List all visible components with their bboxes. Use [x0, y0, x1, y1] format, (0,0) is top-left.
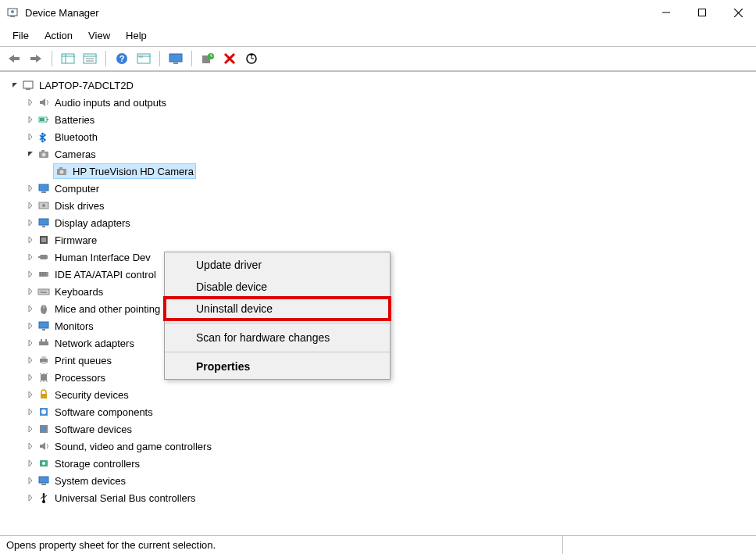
- window-controls: [648, 0, 756, 25]
- help-icon[interactable]: ?: [112, 49, 131, 68]
- processor-icon: [37, 371, 50, 384]
- close-button[interactable]: [720, 0, 756, 25]
- tree-toggle[interactable]: [25, 269, 36, 280]
- tree-toggle[interactable]: [25, 183, 36, 194]
- svg-rect-1: [10, 16, 15, 17]
- properties-page-icon[interactable]: [80, 49, 99, 68]
- tree-toggle[interactable]: [25, 252, 36, 263]
- uninstall-icon[interactable]: [220, 49, 239, 68]
- tree-toggle[interactable]: [25, 458, 36, 469]
- show-hide-console-tree-icon[interactable]: [59, 49, 77, 68]
- tree-toggle[interactable]: [25, 372, 36, 383]
- tree-toggle[interactable]: [25, 303, 36, 314]
- context-menu-item[interactable]: Update driver: [165, 254, 390, 276]
- hid-icon: [37, 251, 50, 263]
- tree-device-label: HP TrueVision HD Camera: [73, 166, 194, 177]
- minimize-button[interactable]: [648, 0, 684, 25]
- tree-toggle[interactable]: [25, 320, 36, 331]
- system-icon: [37, 474, 50, 487]
- tree-toggle[interactable]: [25, 200, 36, 211]
- svg-rect-80: [39, 477, 48, 483]
- tree-toggle[interactable]: [25, 406, 36, 417]
- context-menu-item[interactable]: Disable device: [165, 276, 390, 298]
- tree-category[interactable]: Display adapters: [6, 214, 756, 231]
- printer-icon: [37, 354, 50, 366]
- tree-toggle[interactable]: [25, 114, 36, 125]
- mouse-icon: [37, 302, 50, 315]
- tree-toggle[interactable]: [25, 217, 36, 228]
- menu-view[interactable]: View: [80, 27, 118, 45]
- tree-toggle[interactable]: [25, 131, 36, 142]
- tree-toggle[interactable]: [25, 492, 36, 503]
- tree-category-label: Disk drives: [55, 200, 105, 212]
- tree-device[interactable]: HP TrueVision HD Camera: [6, 163, 756, 180]
- svg-rect-61: [41, 339, 42, 341]
- tree-root[interactable]: LAPTOP-7ADCLT2D: [6, 77, 756, 94]
- tree-category[interactable]: Sound, video and game controllers: [6, 438, 756, 455]
- tree-toggle[interactable]: [25, 355, 36, 366]
- svg-rect-51: [38, 289, 49, 295]
- context-menu-item[interactable]: Uninstall device: [165, 298, 390, 320]
- tree-category[interactable]: Security devices: [6, 386, 756, 403]
- tree-toggle[interactable]: [25, 338, 36, 348]
- tree-category-label: Processors: [55, 372, 105, 384]
- svg-rect-37: [39, 184, 48, 191]
- context-menu: Update driverDisable deviceUninstall dev…: [164, 252, 390, 380]
- menu-action[interactable]: Action: [37, 27, 80, 45]
- tree-category-label: Cameras: [55, 148, 96, 160]
- tree-category[interactable]: Audio inputs and outputs: [6, 94, 756, 111]
- svg-point-35: [60, 170, 64, 174]
- computer-icon: [37, 182, 50, 195]
- maximize-button[interactable]: [684, 0, 720, 25]
- scan-hardware-icon[interactable]: [242, 49, 261, 68]
- svg-rect-33: [41, 150, 45, 152]
- tree-toggle[interactable]: [25, 148, 36, 159]
- tree-toggle[interactable]: [9, 80, 20, 91]
- tree-category-label: Print queues: [55, 355, 112, 366]
- tree-toggle[interactable]: [25, 234, 36, 245]
- tree-category-label: System devices: [55, 475, 126, 487]
- tree-toggle[interactable]: [25, 441, 36, 452]
- tree-toggle[interactable]: [25, 475, 36, 486]
- disk-icon: [37, 199, 50, 212]
- tree-category[interactable]: Cameras: [6, 145, 756, 163]
- tree-category[interactable]: Firmware: [6, 231, 756, 248]
- toolbar-separator: [191, 51, 192, 66]
- toolbar-separator: [159, 51, 160, 66]
- keyboard-icon: [37, 285, 50, 298]
- tree-toggle[interactable]: [25, 97, 36, 108]
- tree-toggle[interactable]: [25, 389, 36, 400]
- tree-category[interactable]: Bluetooth: [6, 128, 756, 145]
- svg-rect-65: [41, 362, 46, 364]
- monitor-icon[interactable]: [166, 49, 185, 68]
- menu-bar: File Action View Help: [0, 25, 756, 46]
- tree-category[interactable]: Batteries: [6, 111, 756, 128]
- tree-category[interactable]: Universal Serial Bus controllers: [6, 489, 756, 506]
- menu-file[interactable]: File: [5, 27, 37, 45]
- svg-rect-66: [41, 374, 47, 381]
- tree-category[interactable]: Software components: [6, 403, 756, 420]
- tree-category[interactable]: Computer: [6, 180, 756, 197]
- svg-rect-19: [169, 54, 182, 62]
- context-menu-item[interactable]: Properties: [165, 356, 390, 377]
- bluetooth-icon: [37, 130, 50, 143]
- svg-rect-38: [41, 191, 46, 193]
- svg-point-77: [41, 427, 46, 431]
- back-icon[interactable]: [5, 49, 23, 68]
- tree-category[interactable]: Disk drives: [6, 197, 756, 214]
- tree-toggle[interactable]: [25, 424, 36, 434]
- context-menu-item[interactable]: Scan for hardware changes: [165, 327, 390, 348]
- tree-category[interactable]: Software devices: [6, 420, 756, 438]
- svg-point-2: [11, 10, 14, 13]
- tree-category[interactable]: Storage controllers: [6, 455, 756, 472]
- svg-rect-27: [26, 88, 30, 90]
- update-driver-icon[interactable]: [198, 49, 217, 68]
- forward-icon[interactable]: [27, 49, 45, 68]
- tree-category-label: Computer: [55, 183, 99, 195]
- tree-toggle[interactable]: [25, 286, 36, 297]
- tree-category-label: Audio inputs and outputs: [55, 97, 166, 109]
- tree-category[interactable]: System devices: [6, 472, 756, 489]
- properties-sheet-icon[interactable]: [134, 49, 153, 68]
- menu-help[interactable]: Help: [118, 27, 155, 45]
- svg-rect-7: [62, 54, 74, 63]
